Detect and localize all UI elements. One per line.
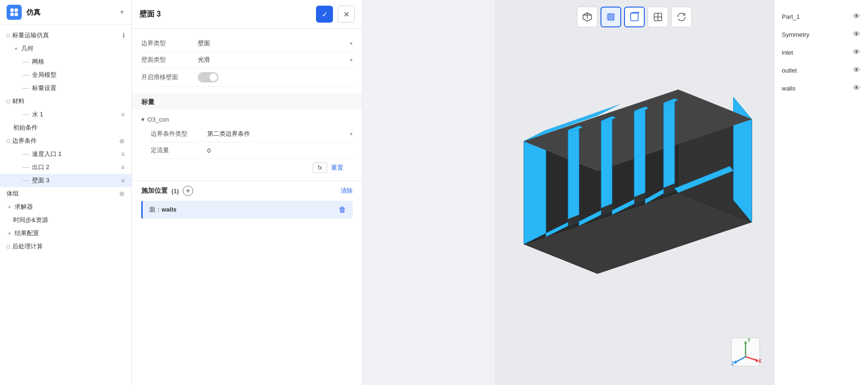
info-icon[interactable]: ℹ (122, 32, 125, 39)
tree-line-vi (23, 154, 29, 155)
sidebar-label-mesh: 网格 (32, 57, 125, 66)
expand-icon-rc: ＋ (7, 229, 12, 238)
legend-item-outlet: outlet 👁 (774, 61, 868, 79)
value-bc-type[interactable]: 第二类边界条件 ▾ (207, 130, 353, 138)
field-flow-rate: 定流量 0 (151, 142, 353, 159)
label-slip-wall: 开启滑移壁面 (141, 73, 198, 82)
sidebar-item-velocity-inlet[interactable]: 速度入口 1 ≡ (0, 147, 131, 161)
add-icon-bg[interactable]: ⊕ (119, 190, 125, 197)
legend-label-walls: walls (782, 85, 795, 92)
visibility-icon-inlet[interactable]: 👁 (853, 48, 860, 57)
sidebar-label-scalar-transport: 标量运输仿真 (12, 31, 121, 40)
svg-text:Y: Y (747, 338, 751, 343)
svg-marker-23 (568, 125, 579, 225)
applied-item-label: 面：walls (149, 205, 177, 214)
svg-text:X: X (758, 359, 762, 364)
panel-title: 壁面 3 (139, 9, 311, 19)
visibility-icon-part1[interactable]: 👁 (853, 12, 860, 21)
fx-button[interactable]: fx (313, 163, 327, 173)
menu-icon-outlet2[interactable]: ≡ (121, 164, 125, 171)
visibility-icon-outlet[interactable]: 👁 (853, 66, 860, 74)
sidebar-dropdown-arrow[interactable]: ▼ (119, 9, 125, 16)
sidebar-label-velocity-inlet: 速度入口 1 (32, 150, 119, 158)
sidebar-label-global-model: 全局模型 (32, 71, 125, 79)
sidebar-item-outlet2[interactable]: 出口 2 ≡ (0, 161, 131, 174)
menu-icon-vi[interactable]: ≡ (121, 150, 125, 158)
sidebar-item-scalar-transport[interactable]: □ 标量运输仿真 ℹ (0, 29, 131, 42)
field-slip-wall: 开启滑移壁面 (141, 68, 353, 87)
sidebar-content: □ 标量运输仿真 ℹ ＋ 几何 网格 全局模型 标量设置 □ 材料 (0, 25, 131, 385)
sidebar-label-result-config: 结果配置 (15, 229, 125, 238)
sidebar-header: 仿真 ▼ (0, 0, 131, 25)
scalar-group-name: O3_con (147, 116, 169, 123)
menu-icon-water1[interactable]: ≡ (121, 111, 125, 118)
apply-text: 施加位置 (141, 187, 168, 195)
sidebar-item-materials[interactable]: □ 材料 (0, 95, 131, 108)
expand-icon-solver: ＋ (7, 203, 12, 211)
sidebar-label-body-group: 体组 (7, 189, 117, 198)
value-slip-wall (198, 72, 353, 82)
close-button[interactable]: ✕ (338, 6, 355, 23)
right-panel: Part_1 👁 Symmetry 👁 inlet 👁 outlet 👁 wal… (774, 0, 868, 385)
add-icon-bc[interactable]: ⊕ (119, 137, 125, 145)
sidebar-item-scalar-settings[interactable]: 标量设置 (0, 82, 131, 95)
legend-item-inlet: inlet 👁 (774, 43, 868, 61)
axis-svg: Y X Z (727, 333, 764, 371)
scalar-group-header[interactable]: ▾ O3_con (141, 113, 353, 126)
tree-line-wall3 (23, 180, 29, 181)
panel-body: 边界类型 壁面 ▾ 壁面类型 光滑 ▾ 开启滑移壁面 (132, 29, 362, 385)
clear-button[interactable]: 清除 (341, 187, 353, 195)
wall-type-text: 光滑 (198, 56, 210, 64)
apply-count: (1) (171, 188, 179, 195)
field-bc-type: 边界条件类型 第二类边界条件 ▾ (151, 126, 353, 142)
visibility-icon-symmetry[interactable]: 👁 (853, 30, 860, 39)
svg-rect-0 (10, 8, 14, 12)
sidebar-item-boundary-conditions[interactable]: □ 边界条件 ⊕ (0, 134, 131, 147)
sidebar-item-water1[interactable]: 水 1 ≡ (0, 108, 131, 121)
legend-item-walls: walls 👁 (774, 79, 868, 97)
toggle-slip-wall[interactable] (198, 72, 219, 82)
legend-item-part1: Part_1 👁 (774, 8, 868, 25)
axis-indicator: Y X Z (727, 333, 764, 371)
sidebar: 仿真 ▼ □ 标量运输仿真 ℹ ＋ 几何 网格 全局模型 标量设置 (0, 0, 132, 385)
sidebar-item-timestep[interactable]: 时间步&资源 (0, 213, 131, 227)
visibility-icon-walls[interactable]: 👁 (853, 84, 860, 92)
sidebar-item-post-process[interactable]: □ 后处理计算 (0, 240, 131, 253)
sidebar-item-mesh[interactable]: 网格 (0, 55, 131, 68)
sidebar-label-post-process: 后处理计算 (12, 242, 125, 251)
boundary-type-text: 壁面 (198, 39, 210, 48)
field-wall-type: 壁面类型 光滑 ▾ (141, 52, 353, 68)
applied-item-walls: 面：walls 🗑 (141, 201, 353, 219)
dropdown-arrow-wt: ▾ (350, 57, 353, 63)
sidebar-item-solver[interactable]: ＋ 求解器 (0, 200, 131, 213)
sidebar-item-body-group[interactable]: 体组 ⊕ (0, 187, 131, 200)
bc-type-text: 第二类边界条件 (207, 130, 250, 138)
sidebar-item-initial-conditions[interactable]: 初始条件 (0, 121, 131, 134)
sidebar-item-wall3[interactable]: 壁面 3 ≡ (0, 174, 131, 187)
tree-line-outlet2 (23, 167, 29, 168)
wall-panel: 壁面 3 ✓ ✕ 边界类型 壁面 ▾ 壁面类型 光滑 ▾ (132, 0, 363, 385)
minus-icon: □ (7, 32, 10, 39)
app-title: 仿真 (26, 8, 114, 17)
delete-applied-button[interactable]: 🗑 (339, 205, 346, 214)
tree-line-scalar-settings (23, 88, 29, 89)
svg-marker-24 (601, 116, 612, 214)
add-location-button[interactable]: ＋ (183, 186, 193, 196)
sidebar-item-result-config[interactable]: ＋ 结果配置 (0, 227, 131, 240)
svg-marker-26 (664, 98, 674, 195)
tree-line-global-model (23, 75, 29, 75)
sidebar-item-global-model[interactable]: 全局模型 (0, 68, 131, 82)
confirm-button[interactable]: ✓ (316, 6, 333, 23)
label-bc-type: 边界条件类型 (151, 130, 207, 138)
legend-label-part1: Part_1 (782, 13, 800, 20)
field-boundary-type: 边界类型 壁面 ▾ (141, 35, 353, 52)
3d-model-area (495, 0, 774, 385)
tree-line-water1 (23, 115, 29, 115)
reset-button[interactable]: 重置 (331, 164, 343, 172)
expand-icon-bc: □ (7, 138, 10, 144)
value-boundary-type[interactable]: 壁面 ▾ (198, 39, 353, 48)
menu-icon-wall3[interactable]: ≡ (121, 177, 125, 184)
value-wall-type[interactable]: 光滑 ▾ (198, 56, 353, 64)
flow-rate-value: 0 (207, 147, 211, 154)
sidebar-item-geometry[interactable]: ＋ 几何 (0, 42, 131, 55)
